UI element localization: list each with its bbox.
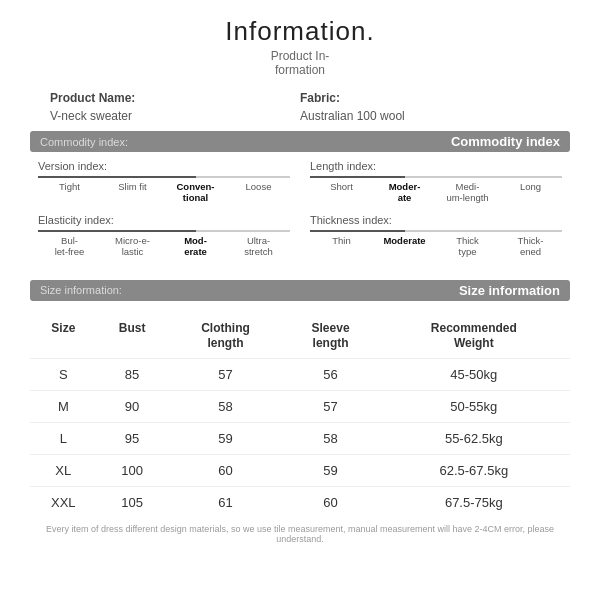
cell-sleeve-3: 59 — [283, 454, 377, 486]
thickness-label-0: Thin — [310, 235, 373, 258]
version-label-1: Slim fit — [101, 181, 164, 204]
cell-size-4: XXL — [30, 486, 97, 518]
cell-size-0: S — [30, 358, 97, 390]
elasticity-index-label: Elasticity index: — [38, 214, 290, 226]
length-label-3: Long — [499, 181, 562, 204]
index-row-2: Elasticity index: Bul-let-free Micro-e-l… — [38, 214, 562, 258]
page: Information. Product In-formation Produc… — [0, 0, 600, 600]
main-title: Information. — [30, 16, 570, 47]
version-labels: Tight Slim fit Conven-tional Loose — [38, 181, 290, 204]
col-size: Size — [30, 315, 97, 359]
elasticity-label-1: Micro-e-lastic — [101, 235, 164, 258]
length-index-label: Length index: — [310, 160, 562, 172]
length-label-0: Short — [310, 181, 373, 204]
cell-sleeve-0: 56 — [283, 358, 377, 390]
thickness-label-1: Moderate — [373, 235, 436, 258]
elasticity-label-3: Ultra-stretch — [227, 235, 290, 258]
length-track — [310, 176, 562, 178]
cell-clothing-0: 57 — [168, 358, 284, 390]
footnote: Every item of dress different design mat… — [30, 524, 570, 544]
version-scale: Tight Slim fit Conven-tional Loose — [38, 176, 290, 204]
version-label-2: Conven-tional — [164, 181, 227, 204]
cell-weight-1: 50-55kg — [378, 390, 570, 422]
size-bar-title: Size information — [459, 283, 560, 298]
cell-clothing-2: 59 — [168, 422, 284, 454]
cell-size-3: XL — [30, 454, 97, 486]
elasticity-label-2: Mod-erate — [164, 235, 227, 258]
elasticity-label-0: Bul-let-free — [38, 235, 101, 258]
thickness-index-label: Thickness index: — [310, 214, 562, 226]
commodity-bar-title: Commodity index — [451, 134, 560, 149]
elasticity-fill — [38, 230, 196, 232]
thickness-fill — [310, 230, 405, 232]
size-section-bar: Size information: Size information — [30, 280, 570, 301]
length-labels: Short Moder-ate Medi-um-length Long — [310, 181, 562, 204]
col-sleeve-length: Sleevelength — [283, 315, 377, 359]
header-section: Information. Product In-formation — [30, 16, 570, 77]
version-label-0: Tight — [38, 181, 101, 204]
fabric-value: Australian 100 wool — [300, 109, 550, 123]
thickness-index-block: Thickness index: Thin Moderate Thicktype… — [310, 214, 562, 258]
elasticity-index-block: Elasticity index: Bul-let-free Micro-e-l… — [38, 214, 290, 258]
table-row: L 95 59 58 55-62.5kg — [30, 422, 570, 454]
cell-bust-0: 85 — [97, 358, 168, 390]
table-row: XXL 105 61 60 67.5-75kg — [30, 486, 570, 518]
table-row: S 85 57 56 45-50kg — [30, 358, 570, 390]
version-fill — [38, 176, 196, 178]
col-bust: Bust — [97, 315, 168, 359]
product-name-value: V-neck sweater — [50, 109, 300, 123]
product-info: Product Name: V-neck sweater Fabric: Aus… — [30, 91, 570, 123]
thickness-labels: Thin Moderate Thicktype Thick-ened — [310, 235, 562, 258]
index-row-1: Version index: Tight Slim fit Conven-tio… — [38, 160, 562, 204]
table-header-row: Size Bust Clothinglength Sleevelength Re… — [30, 315, 570, 359]
cell-weight-0: 45-50kg — [378, 358, 570, 390]
cell-bust-4: 105 — [97, 486, 168, 518]
thickness-label-2: Thicktype — [436, 235, 499, 258]
cell-clothing-1: 58 — [168, 390, 284, 422]
table-row: XL 100 60 59 62.5-67.5kg — [30, 454, 570, 486]
elasticity-scale: Bul-let-free Micro-e-lastic Mod-erate Ul… — [38, 230, 290, 258]
size-table: Size Bust Clothinglength Sleevelength Re… — [30, 315, 570, 518]
cell-bust-1: 90 — [97, 390, 168, 422]
thickness-track — [310, 230, 562, 232]
commodity-section-bar: Commodity index: Commodity index — [30, 131, 570, 152]
version-index-block: Version index: Tight Slim fit Conven-tio… — [38, 160, 290, 204]
subtitle: Product In-formation — [30, 49, 570, 77]
thickness-label-3: Thick-ened — [499, 235, 562, 258]
cell-bust-2: 95 — [97, 422, 168, 454]
cell-sleeve-4: 60 — [283, 486, 377, 518]
cell-weight-4: 67.5-75kg — [378, 486, 570, 518]
cell-size-1: M — [30, 390, 97, 422]
cell-size-2: L — [30, 422, 97, 454]
cell-bust-3: 100 — [97, 454, 168, 486]
col-weight: RecommendedWeight — [378, 315, 570, 359]
fabric-label: Fabric: — [300, 91, 550, 105]
version-track — [38, 176, 290, 178]
elasticity-labels: Bul-let-free Micro-e-lastic Mod-erate Ul… — [38, 235, 290, 258]
commodity-content: Version index: Tight Slim fit Conven-tio… — [30, 160, 570, 268]
product-name-col: Product Name: V-neck sweater — [50, 91, 300, 123]
cell-sleeve-2: 58 — [283, 422, 377, 454]
cell-weight-3: 62.5-67.5kg — [378, 454, 570, 486]
version-label-3: Loose — [227, 181, 290, 204]
cell-sleeve-1: 57 — [283, 390, 377, 422]
length-label-2: Medi-um-length — [436, 181, 499, 204]
table-row: M 90 58 57 50-55kg — [30, 390, 570, 422]
col-clothing-length: Clothinglength — [168, 315, 284, 359]
version-index-label: Version index: — [38, 160, 290, 172]
length-scale: Short Moder-ate Medi-um-length Long — [310, 176, 562, 204]
commodity-bar-label: Commodity index: — [40, 136, 128, 148]
thickness-scale: Thin Moderate Thicktype Thick-ened — [310, 230, 562, 258]
elasticity-track — [38, 230, 290, 232]
length-label-1: Moder-ate — [373, 181, 436, 204]
cell-weight-2: 55-62.5kg — [378, 422, 570, 454]
length-index-block: Length index: Short Moder-ate Medi-um-le… — [310, 160, 562, 204]
cell-clothing-3: 60 — [168, 454, 284, 486]
size-bar-label: Size information: — [40, 284, 122, 296]
cell-clothing-4: 61 — [168, 486, 284, 518]
length-fill — [310, 176, 405, 178]
fabric-col: Fabric: Australian 100 wool — [300, 91, 550, 123]
product-name-label: Product Name: — [50, 91, 300, 105]
